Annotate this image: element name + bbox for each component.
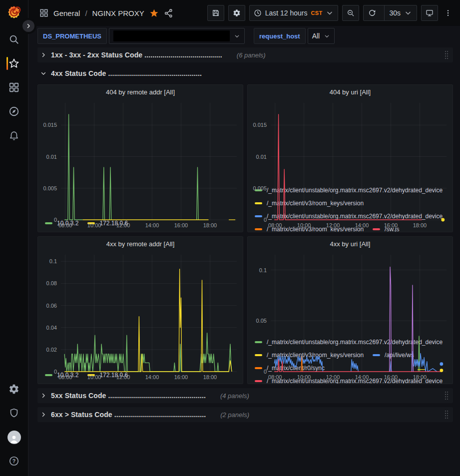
drag-handle-icon[interactable]: [444, 50, 449, 60]
svg-text:18:00: 18:00: [413, 222, 427, 228]
refresh-interval-select[interactable]: 30s: [384, 5, 417, 20]
chevron-down-icon: [234, 33, 240, 39]
breadcrumb-separator: /: [85, 9, 87, 17]
svg-text:12:00: 12:00: [326, 374, 340, 380]
svg-text:0.01: 0.01: [46, 154, 57, 160]
search-icon: [8, 34, 19, 45]
help-icon: ?: [8, 456, 19, 467]
favorite-star-icon[interactable]: [149, 8, 159, 18]
drag-handle-icon[interactable]: [444, 391, 449, 401]
grafana-logo-icon[interactable]: [5, 4, 22, 21]
main-area: General / NGINX PROXY: [28, 0, 460, 476]
svg-text:14:00: 14:00: [145, 222, 159, 228]
grafana-app: ? General / NGINX PROXY: [0, 0, 460, 476]
chart-canvas[interactable]: 08:0010:0012:0014:0016:0018:0000.0050.01…: [38, 99, 243, 230]
row-panel-count: (6 panels): [237, 51, 266, 59]
svg-text:14:00: 14:00: [145, 374, 159, 380]
zoom-out-time-button[interactable]: [342, 5, 359, 21]
svg-text:?: ?: [12, 458, 15, 464]
chart-canvas[interactable]: 08:0010:0012:0014:0016:0018:0000.020.040…: [38, 251, 243, 382]
svg-text:12:00: 12:00: [116, 374, 130, 380]
sidebar: ?: [0, 0, 28, 476]
refresh-icon: [368, 9, 376, 17]
row-header-4xx[interactable]: 4xx Status Code ........................…: [37, 66, 453, 80]
breadcrumb-title[interactable]: NGINX PROXY: [92, 9, 144, 17]
svg-text:0.06: 0.06: [46, 303, 57, 309]
row-header-6xx[interactable]: 6xx > Status Code ......................…: [37, 407, 453, 422]
row-header-5xx[interactable]: 5xx Status Code ........................…: [37, 388, 453, 403]
panel-title[interactable]: 404 by remote addr [All]: [38, 85, 243, 99]
svg-text:12:00: 12:00: [326, 222, 340, 228]
save-icon: [212, 9, 220, 17]
sidebar-bottom: ?: [0, 377, 28, 476]
sidebar-item-alerting[interactable]: [0, 123, 28, 147]
breadcrumb-section[interactable]: General: [53, 9, 80, 17]
timeseries-plot[interactable]: 08:0010:0012:0014:0016:0018:0000.020.040…: [38, 251, 243, 369]
sidebar-item-dashboards[interactable]: [0, 75, 28, 99]
request-host-select[interactable]: All: [308, 28, 335, 44]
svg-text:0.005: 0.005: [43, 185, 57, 191]
timeseries-plot[interactable]: 08:0010:0012:0014:0016:0018:0000.0050.01…: [248, 99, 453, 184]
sidebar-item-configuration[interactable]: [0, 377, 28, 401]
sidebar-item-starred[interactable]: [0, 51, 28, 75]
more-options-kebab-button[interactable]: [442, 5, 454, 21]
drag-handle-icon[interactable]: [444, 410, 449, 420]
chevron-down-icon: [324, 33, 330, 39]
svg-text:08:00: 08:00: [58, 374, 72, 380]
svg-text:0.015: 0.015: [43, 122, 57, 128]
panel-4xx-by-uri: 4xx by uri [All] 08:0010:0012:0014:0016:…: [247, 236, 453, 384]
svg-text:18:00: 18:00: [203, 374, 217, 380]
refresh-button[interactable]: [364, 5, 381, 20]
variable-datasource: DS_PROMETHEUS: [37, 28, 245, 44]
share-icon[interactable]: [164, 8, 173, 18]
chevron-down-icon: [326, 9, 334, 17]
svg-text:10:00: 10:00: [87, 222, 101, 228]
dashboard-settings-button[interactable]: [228, 5, 245, 21]
svg-text:0: 0: [54, 217, 57, 223]
timeseries-plot[interactable]: 08:0010:0012:0014:0016:0018:0000.0050.01…: [38, 99, 243, 217]
top-navbar: General / NGINX PROXY: [28, 0, 460, 26]
bell-icon: [8, 130, 19, 141]
sidebar-item-explore[interactable]: [0, 99, 28, 123]
tv-mode-button[interactable]: [421, 5, 438, 21]
time-range-label: Last 12 hours: [265, 9, 308, 17]
variable-request-host: request_host All: [254, 28, 335, 44]
chevron-right-icon: [40, 52, 46, 58]
timeseries-plot[interactable]: 08:0010:0012:0014:0016:0018:0000.050.1: [248, 251, 453, 336]
svg-text:0.01: 0.01: [256, 154, 267, 160]
apps-grid-icon: [39, 8, 48, 17]
panel-404-by-remote-addr: 404 by remote addr [All] 08:0010:0012:00…: [37, 84, 243, 232]
panel-title[interactable]: 404 by uri [All]: [248, 85, 453, 99]
sidebar-expand-button[interactable]: [22, 20, 34, 32]
dashboard-canvas: 1xx - 3xx - 2xx Status Code ............…: [28, 46, 460, 476]
row-header-1xx-3xx-2xx[interactable]: 1xx - 3xx - 2xx Status Code ............…: [37, 47, 453, 62]
compass-icon: [8, 106, 19, 117]
svg-text:08:00: 08:00: [268, 374, 282, 380]
time-range-picker[interactable]: Last 12 hours CST: [249, 5, 339, 21]
panel-grid: 404 by remote addr [All] 08:0010:0012:00…: [37, 84, 453, 384]
chart-canvas[interactable]: 08:0010:0012:0014:0016:0018:0000.050.1: [248, 251, 453, 382]
sidebar-item-server-admin[interactable]: [0, 401, 28, 425]
shield-icon: [8, 408, 19, 419]
chevron-right-icon: [40, 393, 46, 399]
sidebar-item-profile[interactable]: [0, 425, 28, 449]
svg-text:16:00: 16:00: [174, 374, 188, 380]
datasource-select[interactable]: [109, 28, 245, 44]
chevron-down-icon: [40, 70, 46, 76]
svg-text:12:00: 12:00: [116, 222, 130, 228]
row-panel-count: (4 panels): [220, 392, 249, 400]
sidebar-item-help[interactable]: ?: [0, 449, 28, 473]
timezone-label: CST: [311, 10, 323, 16]
request-host-value: All: [312, 32, 320, 40]
svg-text:0.005: 0.005: [253, 185, 267, 191]
chart-canvas[interactable]: 08:0010:0012:0014:0016:0018:0000.0050.01…: [248, 99, 453, 230]
save-dashboard-button[interactable]: [207, 5, 224, 21]
panel-title[interactable]: 4xx by uri [All]: [248, 237, 453, 251]
dashboards-grid-icon: [8, 82, 19, 93]
sidebar-item-search[interactable]: [0, 27, 28, 51]
row-title: 5xx Status Code ........................…: [51, 392, 206, 400]
svg-text:14:00: 14:00: [355, 222, 369, 228]
panel-title[interactable]: 4xx by remote addr [All]: [38, 237, 243, 251]
chevron-right-icon: [40, 412, 46, 418]
svg-text:0.05: 0.05: [256, 318, 267, 324]
